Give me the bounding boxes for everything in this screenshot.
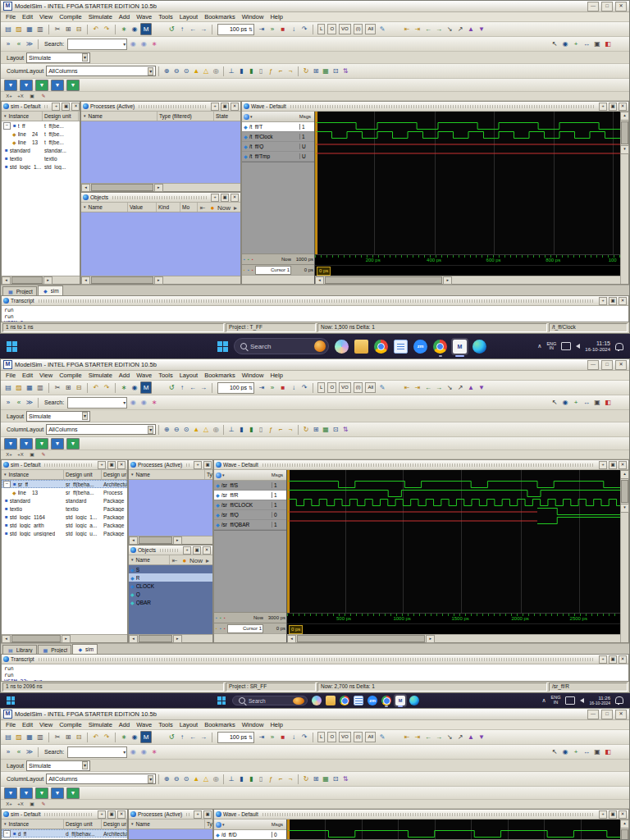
objects-column-1[interactable]: Value <box>128 203 157 212</box>
panel-grip[interactable] <box>262 463 595 467</box>
horizontal-scrollbar[interactable]: ◂▸ <box>129 536 212 544</box>
modelsim-button-icon[interactable]: M <box>140 731 152 743</box>
panel-grip[interactable] <box>44 463 94 467</box>
bookmark-icon[interactable]: ▦ <box>321 424 331 435</box>
language-indicator[interactable]: ENGIN <box>546 342 556 351</box>
cursor-add-icon[interactable]: ⇤ <box>402 24 412 34</box>
maximize-button[interactable]: □ <box>601 2 613 11</box>
run-length-input[interactable] <box>218 385 248 390</box>
stretch-edge-icon[interactable]: ↔ <box>582 39 591 49</box>
bookmark-icon[interactable]: ▦ <box>321 774 331 784</box>
tree-expander[interactable]: − <box>3 481 11 488</box>
wave-edge-high-icon[interactable]: ¬ <box>285 424 295 435</box>
cursor-add-icon[interactable]: ⇤ <box>402 382 412 393</box>
layout-select[interactable]: Simulate▾ <box>26 411 90 422</box>
browser-icon[interactable] <box>433 340 447 354</box>
tree-row[interactable]: −■t_fft_ff(be... <box>2 121 80 130</box>
menu-compile[interactable]: Compile <box>59 372 82 379</box>
menu-window[interactable]: Window <box>242 372 264 379</box>
scroll-thumb[interactable] <box>297 635 425 642</box>
objects-item[interactable]: ◆QBAR <box>129 598 212 606</box>
panel-dock-button[interactable]: ▣ <box>107 810 116 819</box>
minimize-button[interactable]: — <box>587 710 599 719</box>
reload-icon[interactable]: ↻ <box>301 774 311 784</box>
objects-previous-icon[interactable]: ⇤ <box>198 203 208 212</box>
menu-wave[interactable]: Wave <box>136 372 152 379</box>
undo-icon[interactable]: ↶ <box>91 24 101 34</box>
layout-select[interactable]: Simulate▾ <box>26 52 90 63</box>
scroll-thumb[interactable] <box>91 276 153 284</box>
tree-expander[interactable]: − <box>3 830 11 838</box>
reload-icon[interactable]: ↻ <box>301 424 311 435</box>
paste-icon[interactable]: ⊟ <box>74 382 84 393</box>
objects-item[interactable]: ◆Q <box>129 590 212 598</box>
insert-signal-icon[interactable]: ≫ <box>25 746 34 757</box>
zoom-out-icon[interactable]: ⊖ <box>171 66 181 76</box>
previous-edge-icon[interactable]: ▲ <box>466 382 476 393</box>
close-button[interactable]: ✕ <box>615 710 627 719</box>
menu-simulate[interactable]: Simulate <box>89 372 112 379</box>
force-button-o[interactable]: O <box>327 732 336 742</box>
objects-now-button[interactable]: Now <box>189 555 203 565</box>
panel-grip[interactable] <box>44 105 48 108</box>
zoom-out-icon[interactable]: ⊖ <box>171 774 181 784</box>
menu-tools[interactable]: Tools <box>158 372 173 379</box>
sim-column-1[interactable]: Design unit <box>64 470 102 479</box>
step-over-icon[interactable]: ↷ <box>299 382 309 393</box>
remove-from-wave-icon[interactable]: « <box>14 746 24 757</box>
scroll-left-button[interactable]: ◂ <box>287 635 296 643</box>
next-edge-icon[interactable]: ▼ <box>477 732 486 742</box>
scroll-left-button[interactable]: ◂ <box>81 276 90 285</box>
sim-column-0[interactable]: ▼Instance <box>2 819 64 829</box>
wave-filter-green-icon[interactable]: ▼ <box>66 80 80 91</box>
tray-chevron-icon[interactable]: ∧ <box>537 343 541 349</box>
wave-signal-row[interactable]: ◆/sr_ff/Q0 <box>214 510 286 520</box>
menu-view[interactable]: View <box>39 721 52 728</box>
wave-signal-row[interactable]: ◆/sr_ff/R1 <box>214 491 286 500</box>
pen-icon[interactable]: ✎ <box>377 382 387 393</box>
panel-add-button[interactable]: + <box>599 655 607 664</box>
search-previous-icon[interactable]: ◉ <box>139 746 148 757</box>
wave-signal-row[interactable]: ◆/sr_ff/S1 <box>214 481 286 491</box>
cursor-delete-icon[interactable]: ⇥ <box>413 382 422 393</box>
sim-tree[interactable]: −■d_ffd_ff(behav...Architecture◆line__13… <box>2 829 127 840</box>
tree-row[interactable]: ■textiotextioPackage <box>2 504 127 513</box>
undo-icon[interactable]: ↶ <box>91 732 101 742</box>
layout-select[interactable]: Simulate▾ <box>26 760 90 771</box>
new-file-icon[interactable]: ▤ <box>3 382 13 393</box>
start-button[interactable] <box>217 341 228 352</box>
objects-now-button[interactable]: Now <box>217 203 231 212</box>
processes-list[interactable] <box>81 121 240 183</box>
start-button[interactable] <box>217 696 228 705</box>
wave-canvas[interactable] <box>315 112 620 254</box>
processes-column-0[interactable]: ▼Name <box>129 470 205 479</box>
force-button-all[interactable]: All <box>365 24 376 34</box>
wave-marker-gray-icon[interactable]: ▯ <box>256 774 266 784</box>
wave-filter-teal-icon[interactable]: ▼ <box>35 788 48 799</box>
wave-filter-blue2-icon[interactable]: ▼ <box>20 788 33 799</box>
vertical-scrollbar[interactable]: ▴▾ <box>620 470 628 642</box>
close-button[interactable]: ✕ <box>615 360 627 370</box>
objects-list[interactable]: ◆S◆R◆CLOCK◆Q◆QBAR <box>129 565 212 634</box>
scroll-right-button[interactable]: ▸ <box>43 276 52 285</box>
force-button-l[interactable]: L <box>317 732 325 742</box>
forward-icon[interactable]: → <box>199 732 208 742</box>
menu-window[interactable]: Window <box>242 721 264 728</box>
sim-column-2[interactable]: Design unit type <box>102 819 127 829</box>
tree-row[interactable]: ■std_logic_arithstd_logic_a...Package <box>2 521 127 529</box>
panel-close-button[interactable]: ✕ <box>619 655 627 664</box>
run-icon[interactable]: ⇥ <box>257 382 267 393</box>
menu-wave[interactable]: Wave <box>136 13 152 21</box>
compile-icon[interactable]: ∗ <box>119 24 129 34</box>
menu-file[interactable]: File <box>6 13 16 21</box>
search-options-icon[interactable]: ∗ <box>149 397 159 408</box>
remove-from-wave-icon[interactable]: « <box>14 397 24 408</box>
wave-filter-teal-icon[interactable]: ▼ <box>35 438 48 450</box>
zoom-in-icon[interactable]: ⊕ <box>162 774 171 784</box>
scroll-thumb[interactable] <box>139 635 172 642</box>
wave-signal-row[interactable]: ◆/t_ff/QU <box>242 142 314 152</box>
wave-filter-blue-icon[interactable]: ▼ <box>4 788 17 799</box>
zoom-in-on-active-cursor-icon[interactable]: ▲ <box>191 66 201 76</box>
redo-icon[interactable]: ↷ <box>102 732 112 742</box>
zoom-others-icon[interactable]: ◎ <box>211 424 221 435</box>
